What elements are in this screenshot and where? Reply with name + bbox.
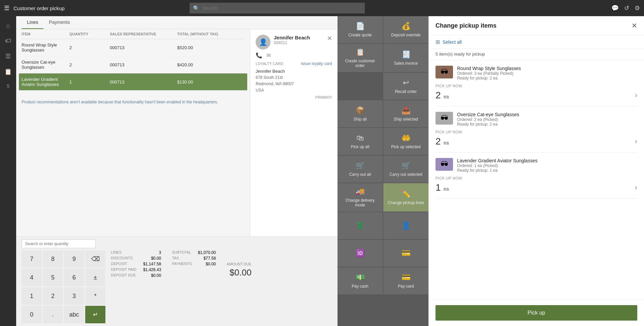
numpad-1[interactable]: 1 bbox=[22, 287, 42, 305]
menu-icon[interactable]: ☰ bbox=[2, 49, 14, 63]
select-all-row[interactable]: ⊞ Select all bbox=[429, 35, 644, 49]
pay-cash-button[interactable]: 💵 Pay cash bbox=[337, 267, 383, 294]
item-qty: 1 bbox=[69, 79, 110, 85]
action-icon-2[interactable]: 👤 bbox=[383, 212, 428, 239]
carry-out-all-button[interactable]: 🛒 Carry out all bbox=[337, 156, 383, 183]
ship-selected-icon: 📤 bbox=[401, 106, 411, 115]
carry-out-selected-button[interactable]: 🛒 Carry out selected bbox=[383, 156, 428, 183]
create-quote-button[interactable]: 📄 Create quote bbox=[337, 16, 383, 43]
numpad-7[interactable]: 7 bbox=[22, 250, 42, 268]
clipboard-icon[interactable]: 📋 bbox=[1, 65, 15, 79]
item-chevron-2[interactable]: › bbox=[635, 137, 637, 146]
customer-address: 678 South 21st Redmond, WA 98007 USA bbox=[256, 74, 332, 94]
item-ready-1: Ready for pickup: 2 ea bbox=[457, 76, 521, 80]
pay-card-button[interactable]: 💳 Pay card bbox=[383, 267, 428, 294]
table-row[interactable]: Round Wrap Style Sunglasses 2 000713 $52… bbox=[22, 39, 245, 56]
deposit-value: $1,147.58 bbox=[143, 262, 161, 266]
deposit-paid-label: DEPOSIT PAID bbox=[111, 267, 136, 272]
select-all-label: Select all bbox=[443, 39, 462, 45]
pick-up-selected-button[interactable]: 🤲 Pick up selected bbox=[383, 128, 428, 155]
numpad-6[interactable]: 6 bbox=[64, 269, 84, 286]
item-chevron-3[interactable]: › bbox=[635, 183, 637, 192]
numpad-2[interactable]: 2 bbox=[43, 287, 63, 305]
tax-value: $77.58 bbox=[203, 256, 216, 261]
action-grid: 📄 Create quote 💰 Deposit override 📋 Crea… bbox=[337, 16, 428, 326]
create-customer-order-label: Create customer order bbox=[340, 59, 380, 68]
pickup-button[interactable]: Pick up bbox=[436, 305, 637, 321]
numpad-3[interactable]: 3 bbox=[64, 287, 84, 305]
badge-icon[interactable]: 5 bbox=[3, 80, 12, 92]
item-qty-2: 2 bbox=[436, 136, 441, 146]
item-chevron-1[interactable]: › bbox=[635, 91, 637, 100]
item-total: $130.00 bbox=[177, 79, 245, 85]
deposit-due-label: DEPOSIT DUE bbox=[111, 273, 136, 278]
search-quantity-input[interactable] bbox=[22, 239, 96, 248]
item-unit-2: ea bbox=[444, 140, 449, 145]
action-icon-3[interactable]: 🆔 bbox=[337, 240, 383, 267]
app-title: Customer order pickup bbox=[13, 5, 65, 11]
create-customer-order-button[interactable]: 📋 Create customer order bbox=[337, 44, 383, 72]
chat-icon[interactable]: 💬 bbox=[611, 4, 619, 12]
numpad-9[interactable]: 9 bbox=[64, 250, 84, 268]
tab-lines[interactable]: Lines bbox=[22, 16, 43, 29]
customer-address-name: Jennifer Beach bbox=[256, 69, 332, 74]
item-ordered-3: Ordered: 1 ea (Picked) bbox=[457, 163, 538, 168]
qty-row-3: 1 ea › bbox=[436, 182, 637, 193]
pick-up-now-label-1: PICK UP NOW bbox=[436, 84, 637, 88]
item-ready-3: Ready for pickup: 1 ea bbox=[457, 168, 538, 173]
settings-icon[interactable]: ⚙ bbox=[635, 4, 640, 12]
table-row[interactable]: Oversize Cat-eye Sunglasses 2 000713 $42… bbox=[22, 56, 245, 73]
tab-payments[interactable]: Payments bbox=[43, 16, 75, 29]
change-pickup-lines-button[interactable]: ✏️ Change pickup lines bbox=[383, 183, 428, 211]
numpad-0[interactable]: 0 bbox=[22, 306, 42, 323]
change-pickup-lines-icon: ✏️ bbox=[401, 190, 411, 198]
item-rep: 000713 bbox=[110, 62, 177, 67]
pick-up-all-button[interactable]: 🛍 Pick up all bbox=[337, 128, 383, 155]
home-icon[interactable]: ⌂ bbox=[3, 19, 13, 33]
change-pickup-panel: Change pickup items ✕ ⊞ Select all 5 ite… bbox=[428, 16, 644, 326]
search-input[interactable] bbox=[202, 5, 361, 11]
numpad-5[interactable]: 5 bbox=[43, 269, 63, 286]
table-row[interactable]: Lavender Gradient Aviator Sunglasses 1 0… bbox=[19, 73, 247, 91]
numpad-plusminus[interactable]: ± bbox=[85, 269, 105, 286]
issue-loyalty[interactable]: Issue loyalty card bbox=[301, 61, 332, 66]
recall-order-button[interactable]: ↩ Recall order bbox=[383, 73, 428, 100]
panel-footer: Pick up bbox=[429, 299, 644, 326]
action-icon-4[interactable]: 💳 bbox=[383, 240, 428, 267]
discounts-value: $0.00 bbox=[151, 256, 161, 261]
left-sidebar: ⌂ 🏷 ☰ 📋 5 bbox=[0, 16, 16, 326]
pick-up-now-label-3: PICK UP NOW bbox=[436, 176, 637, 180]
sales-invoice-button[interactable]: 🧾 Sales invoice bbox=[383, 44, 428, 72]
pay-card-icon: 💳 bbox=[401, 273, 411, 282]
numpad-4[interactable]: 4 bbox=[22, 269, 42, 286]
numpad-backspace[interactable]: ⌫ bbox=[85, 250, 105, 268]
hamburger-icon[interactable]: ☰ bbox=[4, 4, 9, 12]
item-rep: 000713 bbox=[110, 79, 177, 85]
numpad-8[interactable]: 8 bbox=[43, 250, 63, 268]
numpad-dot[interactable]: . bbox=[43, 306, 63, 323]
numpad-abc[interactable]: abc bbox=[64, 306, 84, 323]
item-total: $420.00 bbox=[177, 62, 245, 67]
item-unit-3: ea bbox=[444, 186, 449, 192]
recommendations-msg: Product recommendations aren't available… bbox=[22, 99, 245, 105]
customer-name: Jennifer Beach bbox=[274, 35, 310, 40]
action-icon-3-icon: 🆔 bbox=[356, 249, 365, 258]
refresh-icon[interactable]: ↺ bbox=[624, 4, 629, 12]
numpad-enter[interactable]: ↵ bbox=[85, 306, 105, 323]
pick-up-now-label-2: PICK UP NOW bbox=[436, 130, 637, 134]
lines-label: LINES bbox=[111, 250, 122, 255]
deposit-override-button[interactable]: 💰 Deposit override bbox=[383, 16, 428, 43]
change-delivery-mode-button[interactable]: 🚚 Change delivery mode bbox=[337, 183, 383, 211]
search-bar[interactable]: 🔍 bbox=[190, 3, 365, 13]
action-icon-1[interactable]: 💲 bbox=[337, 212, 383, 239]
pay-card-label: Pay card bbox=[398, 284, 414, 289]
subtotal-label: SUBTOTAL bbox=[172, 250, 191, 255]
ship-all-button[interactable]: 📦 Ship all bbox=[337, 100, 383, 127]
customer-close[interactable]: ✕ bbox=[327, 35, 332, 42]
tag-icon[interactable]: 🏷 bbox=[2, 34, 14, 48]
ship-selected-button[interactable]: 📤 Ship selected bbox=[383, 100, 428, 127]
panel-close-button[interactable]: ✕ bbox=[632, 22, 637, 30]
numpad-multiply[interactable]: * bbox=[85, 287, 105, 305]
item-ready-2: Ready for pickup: 2 ea bbox=[457, 122, 519, 127]
pickup-item: 🕶 Lavender Gradient Aviator Sunglasses O… bbox=[436, 153, 637, 199]
